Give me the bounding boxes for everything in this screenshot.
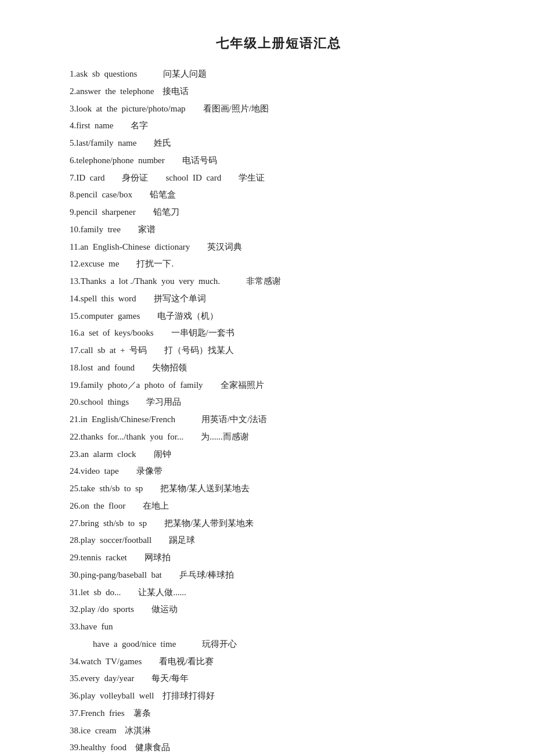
list-item: 20.school things 学习用品 (70, 394, 488, 411)
list-item: 22.thanks for.../thank you for... 为.....… (70, 429, 488, 445)
list-item: 23.an alarm clock 闹钟 (70, 447, 488, 463)
list-item: 37.French fries 薯条 (70, 705, 488, 722)
page: 七年级上册短语汇总 1.ask sb questions 问某人问题 2.ans… (0, 0, 534, 756)
list-item: have a good/nice time 玩得开心 (93, 636, 488, 653)
list-item: 9.pencil sharpener 铅笔刀 (70, 204, 488, 221)
list-item: 27.bring sth/sb to sp 把某物/某人带到某地来 (70, 516, 488, 532)
content-area: 1.ask sb questions 问某人问题 2.answer the te… (70, 66, 488, 756)
list-item: 35.every day/year 每天/每年 (70, 671, 488, 687)
list-item: 38.ice cream 冰淇淋 (70, 723, 488, 739)
list-item: 10.family tree 家谱 (70, 222, 488, 238)
list-item: 21.in English/Chinese/French 用英语/中文/法语 (70, 412, 488, 428)
list-item: 39.healthy food 健康食品 (70, 740, 488, 756)
list-item: 32.play /do sports 做运动 (70, 602, 488, 618)
list-item: 33.have fun (70, 619, 488, 635)
list-item: 11.an English-Chinese dictionary 英汉词典 (70, 239, 488, 255)
page-title: 七年级上册短语汇总 (70, 35, 488, 52)
list-item: 24.video tape 录像带 (70, 463, 488, 480)
list-item: 13.Thanks a lot ./Thank you very much. 非… (70, 273, 488, 290)
list-item: 6.telephone/phone number 电话号码 (70, 153, 488, 169)
list-item: 17.call sb at + 号码 打（号码）找某人 (70, 343, 488, 359)
list-item: 16.a set of keys/books 一串钥匙/一套书 (70, 325, 488, 341)
list-item: 12.excuse me 打扰一下. (70, 256, 488, 272)
list-item: 19.family photo／a photo of family 全家福照片 (70, 377, 488, 394)
list-item: 31.let sb do... 让某人做...... (70, 585, 488, 601)
list-item: 28.play soccer/football 踢足球 (70, 532, 488, 549)
list-item: 5.last/family name 姓氏 (70, 135, 488, 152)
list-item: 14.spell this word 拼写这个单词 (70, 291, 488, 307)
list-item: 4.first name 名字 (70, 118, 488, 134)
list-item: 3.look at the picture/photo/map 看图画/照片/地… (70, 101, 488, 117)
list-item: 8.pencil case/box 铅笔盒 (70, 187, 488, 203)
list-item: 2.answer the telephone 接电话 (70, 84, 488, 100)
list-item: 18.lost and found 失物招领 (70, 360, 488, 376)
list-item: 7.ID card 身份证 school ID card 学生证 (70, 170, 488, 186)
list-item: 1.ask sb questions 问某人问题 (70, 66, 488, 82)
list-item: 25.take sth/sb to sp 把某物/某人送到某地去 (70, 481, 488, 497)
list-item: 26.on the floor 在地上 (70, 498, 488, 514)
list-item: 29.tennis racket 网球拍 (70, 550, 488, 566)
list-item: 30.ping-pang/baseball bat 乒乓球/棒球拍 (70, 567, 488, 584)
list-item: 36.play volleyball well 打排球打得好 (70, 688, 488, 704)
list-item: 15.computer games 电子游戏（机） (70, 308, 488, 325)
list-item: 34.watch TV/games 看电视/看比赛 (70, 654, 488, 670)
